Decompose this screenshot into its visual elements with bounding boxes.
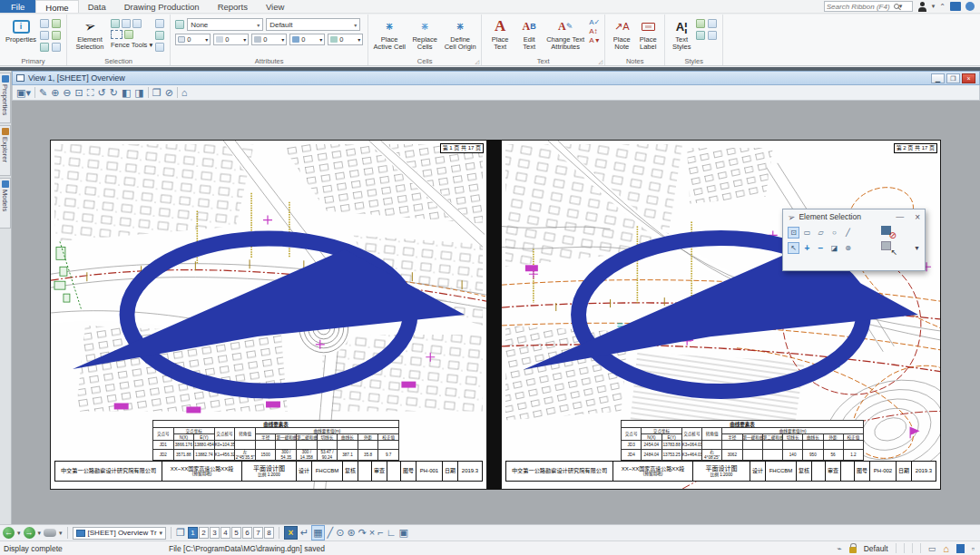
active-level-combo[interactable]: Default▾ <box>266 18 360 31</box>
window-area-icon[interactable]: ⊡ <box>75 86 83 100</box>
add-mode-icon[interactable]: + <box>801 242 813 254</box>
place-text-button[interactable]: A Place Text <box>486 16 514 55</box>
selection-set-icon[interactable]: ▭ <box>928 544 936 553</box>
tab-home[interactable]: Home <box>35 0 78 13</box>
cells-dialog-launcher-icon[interactable]: ◿ <box>475 58 480 64</box>
view-toggle-3[interactable]: 3 <box>210 527 220 539</box>
view-group-icon[interactable]: ❐ <box>176 526 185 540</box>
tab-view[interactable]: View <box>257 0 293 13</box>
view-selector[interactable]: [SHEET] Overview Tr ▾ <box>73 527 167 540</box>
active-level[interactable]: Default <box>864 544 888 553</box>
copy-icon[interactable] <box>155 31 164 40</box>
close-tool-icon[interactable]: × <box>284 526 298 540</box>
fence-status-icon[interactable]: ▫ <box>972 544 975 553</box>
keyin-icon[interactable] <box>40 19 49 28</box>
text-glossary-icon[interactable]: A↕ <box>589 27 600 35</box>
view-previous-icon[interactable]: ◧ <box>122 86 131 100</box>
view-next-button[interactable]: → <box>24 527 35 539</box>
view-menu-icon[interactable] <box>16 74 24 82</box>
transparency-combo[interactable]: 0▾ <box>289 34 325 45</box>
tab-data[interactable]: Data <box>79 0 115 13</box>
select-individual-icon[interactable]: ⊡ <box>788 227 799 239</box>
element-selection-dialog[interactable]: ➢ Element Selection — × ⊡ ▭ ▱ ○ ╱ <box>782 209 926 271</box>
view-toggle-4[interactable]: 4 <box>220 527 230 539</box>
tab-drawing-production[interactable]: Drawing Production <box>115 0 209 13</box>
connect-center-icon[interactable] <box>950 2 961 11</box>
snap-intersection-icon[interactable]: × <box>369 526 375 540</box>
priority-combo[interactable]: 0▾ <box>328 34 363 45</box>
view-toggle-1[interactable]: 1 <box>188 527 198 539</box>
select-group-icon[interactable] <box>122 19 131 28</box>
pointer-mode-icon[interactable]: ↖ <box>788 242 799 254</box>
select-block-icon[interactable]: ▭ <box>801 227 813 239</box>
snap-pattern-icon[interactable]: ▦ <box>311 525 324 540</box>
references-icon[interactable] <box>40 43 49 52</box>
element-selection-button[interactable]: ➢ Element Selection <box>72 16 108 55</box>
fence-tools-button[interactable]: Fence Tools ▾ <box>111 41 152 49</box>
zoom-out-icon[interactable]: ⊖ <box>63 86 71 100</box>
select-shape-icon[interactable]: ▱ <box>815 227 827 239</box>
pan-view-icon[interactable]: ↻ <box>110 86 118 100</box>
clip-mask-icon[interactable]: ⌂ <box>181 86 188 100</box>
snap-settings-icon[interactable]: ⊛ <box>347 526 355 540</box>
user-icon[interactable] <box>917 2 927 12</box>
place-note-button[interactable]: ↗A Place Note <box>610 16 633 55</box>
view-next-icon[interactable]: ◨ <box>134 86 143 100</box>
define-cell-origin-button[interactable]: +× Define Cell Origin <box>444 16 476 55</box>
ribbon-search[interactable]: ▾ <box>824 1 913 12</box>
clip-volume-icon[interactable]: ⊘ <box>165 86 173 100</box>
view-previous-button[interactable]: ← <box>3 527 15 539</box>
change-text-attributes-button[interactable]: A✎ Change Text Attributes <box>544 16 586 55</box>
models-icon[interactable] <box>52 31 61 40</box>
spell-check-icon[interactable]: A✓ <box>589 18 600 26</box>
snap-nearest-icon[interactable]: ╱ <box>328 526 334 540</box>
subtract-mode-icon[interactable]: − <box>815 242 827 254</box>
user-dropdown-icon[interactable]: ▾ <box>932 3 936 10</box>
snap-perpendicular-icon[interactable]: ∟ <box>387 526 397 540</box>
zoom-in-icon[interactable]: ⊕ <box>51 86 59 100</box>
edit-text-button[interactable]: AB Edit Text <box>516 16 542 55</box>
dimension-styles-icon[interactable] <box>696 19 705 28</box>
drawing-canvas[interactable]: 第 1 页 共 17 页 曲线要素表 交点号 交点坐标 交点桩号 转角值 曲线要… <box>12 101 980 524</box>
view-toggle-5[interactable]: 5 <box>231 527 241 539</box>
rotate-view-icon[interactable]: ↺ <box>98 86 106 100</box>
select-previous-icon[interactable] <box>132 19 142 28</box>
replace-cells-button[interactable]: +× Replace Cells <box>408 16 441 55</box>
display-history-dropdown-icon[interactable]: ▾ <box>59 530 63 537</box>
clear-mode-icon[interactable]: ⊛ <box>842 242 854 254</box>
place-active-cell-button[interactable]: +× Place Active Cell <box>373 16 406 55</box>
text-more-icon[interactable]: A ▾ <box>589 36 600 44</box>
fit-view-icon[interactable]: ⛶ <box>87 86 94 100</box>
select-line-icon[interactable]: ╱ <box>842 227 854 239</box>
view-restore-button[interactable]: ❐ <box>946 73 960 83</box>
select-all-icon[interactable]: ↖ <box>881 241 896 254</box>
tab-reports[interactable]: Reports <box>209 0 257 13</box>
ribbon-search-input[interactable] <box>827 3 894 11</box>
explorer-icon[interactable] <box>52 19 61 28</box>
dialog-minimize-icon[interactable]: — <box>896 212 904 221</box>
snap-center-icon[interactable]: ⊙ <box>336 526 344 540</box>
properties-button[interactable]: i Properties <box>5 16 37 55</box>
help-icon[interactable] <box>965 2 975 11</box>
design-history-icon[interactable] <box>956 544 965 553</box>
active-tool-icon[interactable]: ⌁ <box>837 544 841 553</box>
view-title-bar[interactable]: View 1, [SHEET] Overview ▁ ❐ × <box>12 71 980 85</box>
snap-origin-icon[interactable]: ▣ <box>399 526 408 540</box>
sheet-1[interactable]: 第 1 页 共 17 页 曲线要素表 交点号 交点坐标 交点桩号 转角值 曲线要… <box>50 140 487 490</box>
text-dialog-launcher-icon[interactable]: ◿ <box>599 58 603 64</box>
text-styles-button[interactable]: A¦ Text Styles <box>670 16 693 55</box>
sidebar-tab-properties[interactable]: Properties <box>0 73 11 123</box>
collapse-ribbon-icon[interactable]: ⌃ <box>939 3 946 11</box>
view-next-dropdown-icon[interactable]: ▾ <box>38 530 42 537</box>
display-history-icon[interactable] <box>44 529 56 537</box>
default-tools-icon[interactable]: ⌂ <box>943 543 949 554</box>
dialog-title-bar[interactable]: ➢ Element Selection — × <box>783 209 925 224</box>
dialog-expand-icon[interactable]: ▼ <box>914 245 920 251</box>
view-toggle-7[interactable]: 7 <box>253 527 263 539</box>
lock-icon[interactable] <box>849 547 857 553</box>
view-display-style-icon[interactable]: ▣▾ <box>16 86 31 100</box>
element-templates-icon[interactable] <box>696 31 705 40</box>
view-adjust-icon[interactable]: ✎ <box>39 86 47 100</box>
sidebar-tab-explorer[interactable]: Explorer <box>0 125 11 176</box>
line-styles-icon[interactable] <box>708 19 717 28</box>
